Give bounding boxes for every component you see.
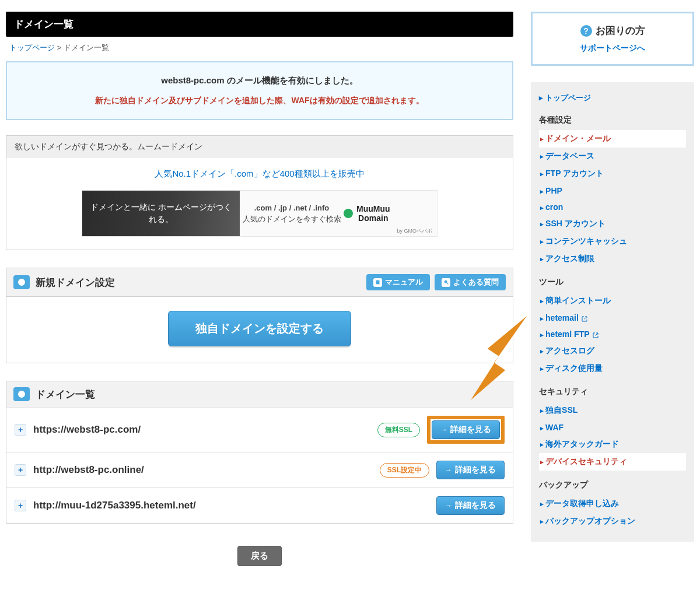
setup-domain-button[interactable]: 独自ドメインを設定する: [168, 311, 351, 346]
banner-mid-text: .com / .jp / .net / .info 人気のドメインを今すぐ検索: [240, 202, 344, 225]
detail-button[interactable]: →詳細を見る: [432, 420, 500, 439]
expand-icon[interactable]: +: [15, 464, 26, 476]
banner-mid-t1: .com / .jp / .net / .info: [240, 202, 344, 214]
help-title: ? お困りの方: [538, 24, 687, 37]
book-icon: [373, 278, 382, 287]
banner-right-text: MuuMuu Domain: [356, 204, 390, 223]
sidebar-item: バックアップオプション: [539, 513, 686, 530]
sidebar-item: ドメイン・メール: [539, 130, 686, 148]
breadcrumb-top-link[interactable]: トップページ: [9, 43, 55, 52]
sidebar-link[interactable]: 独自SSL: [540, 405, 578, 415]
sidebar-group-title: ツール: [539, 277, 686, 287]
sidebar-item: SSH アカウント: [539, 215, 686, 233]
domain-row: +http://webst8-pc.online/SSL設定中→詳細を見る: [6, 452, 513, 487]
section-icon: [13, 275, 30, 289]
external-link-icon: [581, 315, 588, 322]
sidebar-group-title: バックアップ: [539, 480, 686, 490]
manual-button[interactable]: マニュアル: [366, 274, 430, 290]
domain-url: http://muu-1d275a3395.heteml.net/: [33, 500, 436, 511]
promo-head: 欲しいドメインがすぐ見つかる。ムームードメイン: [6, 136, 513, 158]
section-domain-list: ドメイン一覧 +https://webst8-pc.com/無料SSL→詳細を見…: [6, 381, 513, 524]
breadcrumb-separator: >: [57, 43, 64, 52]
arrow-right-icon: →: [445, 501, 452, 510]
banner-right: MuuMuu Domain: [344, 204, 437, 223]
detail-button-label: 詳細を見る: [450, 424, 491, 435]
domain-row: +https://webst8-pc.com/無料SSL→詳細を見る: [6, 407, 513, 452]
sidebar-item: FTP アカウント: [539, 165, 686, 183]
domain-url: https://webst8-pc.com/: [33, 424, 377, 436]
sidebar-link[interactable]: アクセス制限: [540, 254, 594, 263]
sidebar-link[interactable]: ドメイン・メール: [540, 134, 611, 143]
sidebar-item: コンテンツキャッシュ: [539, 233, 686, 250]
support-page-link[interactable]: サポートページへ: [538, 43, 687, 54]
sidebar-link[interactable]: FTP アカウント: [540, 169, 604, 178]
sidebar-group-title: 各種設定: [539, 115, 686, 125]
highlight-annotation: →詳細を見る: [427, 416, 505, 444]
breadcrumb-current: ドメイン一覧: [64, 43, 109, 52]
sidebar-link[interactable]: 簡単インストール: [540, 296, 611, 305]
sidebar-link[interactable]: データベース: [540, 151, 594, 160]
question-icon: ?: [580, 25, 592, 37]
sidebar-link[interactable]: SSH アカウント: [540, 219, 606, 228]
arrow-right-icon: →: [445, 466, 452, 474]
info-line1: webst8-pc.com のメール機能を有効にしました。: [19, 75, 501, 86]
manual-button-label: マニュアル: [385, 277, 423, 287]
back-button[interactable]: 戻る: [237, 546, 282, 566]
sidebar-top-link[interactable]: トップページ: [539, 93, 686, 103]
info-notice: webst8-pc.com のメール機能を有効にしました。 新たに独自ドメイン及…: [6, 61, 513, 120]
section-list-title: ドメイン一覧: [36, 388, 506, 401]
sidebar-item: データベース: [539, 148, 686, 165]
sidebar-link[interactable]: PHP: [540, 186, 562, 195]
sidebar-link[interactable]: WAF: [540, 423, 564, 432]
expand-icon[interactable]: +: [15, 424, 26, 436]
domain-row: +http://muu-1d275a3395.heteml.net/→詳細を見る: [6, 487, 513, 523]
ssl-free-badge: 無料SSL: [377, 423, 420, 437]
sidebar-item: ディスク使用量: [539, 360, 686, 377]
sidebar-link[interactable]: アクセスログ: [540, 346, 594, 355]
sidebar-link[interactable]: heteml FTP: [540, 329, 599, 339]
promo-banner[interactable]: ドメインと一緒に ホームページがつくれる。 .com / .jp / .net …: [15, 190, 505, 237]
faq-button[interactable]: よくある質問: [435, 274, 506, 290]
banner-left-text: ドメインと一緒に ホームページがつくれる。: [82, 191, 240, 236]
promo-box: 欲しいドメインがすぐ見つかる。ムームードメイン 人気No.1ドメイン「.com」…: [6, 135, 513, 250]
help-box: ? お困りの方 サポートページへ: [531, 12, 694, 66]
banner-mid-t2: 人気のドメインを今すぐ検索: [240, 213, 344, 225]
ssl-progress-badge: SSL設定中: [380, 463, 429, 478]
sidebar-link[interactable]: ディスク使用量: [540, 363, 603, 373]
sidebar-list: 簡単インストールhetemailheteml FTPアクセスログディスク使用量: [539, 292, 686, 377]
arrow-right-icon: →: [440, 426, 447, 434]
breadcrumb: トップページ > ドメイン一覧: [6, 37, 513, 61]
sidebar-link[interactable]: デバイスセキュリティ: [540, 457, 627, 466]
sidebar-item: hetemail: [539, 310, 686, 326]
sidebar-link[interactable]: バックアップオプション: [540, 516, 635, 525]
domain-url: http://webst8-pc.online/: [33, 464, 380, 476]
sidebar-link[interactable]: データ取得申し込み: [540, 499, 619, 508]
sidebar-link[interactable]: hetemail: [540, 313, 588, 322]
sidebar: トップページ 各種設定ドメイン・メールデータベースFTP アカウントPHPcro…: [531, 82, 694, 542]
sidebar-item: アクセスログ: [539, 342, 686, 360]
sidebar-item: WAF: [539, 419, 686, 436]
sidebar-item: heteml FTP: [539, 326, 686, 342]
detail-button[interactable]: →詳細を見る: [436, 496, 505, 515]
section-icon: [13, 387, 30, 401]
sidebar-item: 独自SSL: [539, 402, 686, 419]
sidebar-item: データ取得申し込み: [539, 495, 686, 513]
section-new-title: 新規ドメイン設定: [36, 276, 362, 289]
sidebar-link[interactable]: コンテンツキャッシュ: [540, 236, 627, 245]
expand-icon[interactable]: +: [15, 500, 26, 511]
sidebar-link[interactable]: 海外アタックガード: [540, 439, 619, 448]
sidebar-list: 独自SSLWAF海外アタックガードデバイスセキュリティ: [539, 402, 686, 471]
promo-link[interactable]: 人気No.1ドメイン「.com」など400種類以上を販売中: [155, 169, 364, 178]
faq-button-label: よくある質問: [453, 277, 499, 287]
sidebar-list: ドメイン・メールデータベースFTP アカウントPHPcronSSH アカウントコ…: [539, 130, 686, 268]
external-link-icon: [592, 331, 599, 338]
sidebar-group-title: セキュリティ: [539, 387, 686, 397]
section-new-domain: 新規ドメイン設定 マニュアル よくある質問 独自ドメインを設定する: [6, 268, 513, 363]
help-title-text: お困りの方: [596, 24, 645, 37]
muumuu-logo-icon: [344, 209, 353, 218]
sidebar-link[interactable]: cron: [540, 202, 563, 212]
detail-button[interactable]: →詳細を見る: [436, 461, 505, 479]
sidebar-item: cron: [539, 199, 686, 215]
sidebar-list: データ取得申し込みバックアップオプション: [539, 495, 686, 530]
sidebar-item: 海外アタックガード: [539, 436, 686, 453]
